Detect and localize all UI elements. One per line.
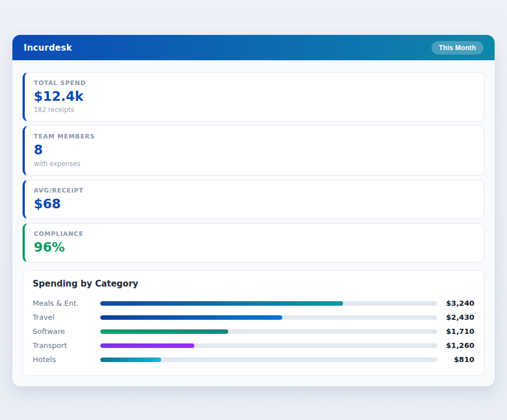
spending-row-travel: Travel $2,430 — [33, 310, 474, 324]
app-header: Incurdesk This Month — [12, 35, 495, 60]
stat-value: $12.4k — [34, 90, 475, 104]
category-label: Software — [33, 327, 100, 336]
spending-row-transport: Transport $1,260 — [33, 338, 474, 352]
category-value: $1,710 — [437, 327, 474, 336]
stat-value: 8 — [34, 143, 475, 157]
stats-section: TOTAL SPEND $12.4k 182 receipts TEAM MEM… — [12, 60, 495, 262]
category-value: $3,240 — [437, 299, 474, 307]
category-value: $1,260 — [437, 341, 474, 350]
spending-row-hotels: Hotels $810 — [33, 352, 474, 367]
bar-track — [100, 343, 437, 348]
stat-value: 96% — [34, 240, 475, 254]
bar-track — [100, 301, 437, 306]
dashboard-card: Incurdesk This Month TOTAL SPEND $12.4k … — [12, 35, 495, 386]
stat-card-total-spend: TOTAL SPEND $12.4k 182 receipts — [23, 72, 484, 122]
bar-track — [100, 329, 437, 334]
bar-fill-software — [100, 329, 228, 334]
spending-card-title: Spending by Category — [33, 279, 474, 289]
stat-label: TOTAL SPEND — [34, 79, 475, 87]
category-label: Travel — [33, 313, 100, 321]
bar-fill-transport — [100, 343, 194, 348]
bar-fill-meals — [100, 301, 343, 306]
stat-label: TEAM MEMBERS — [34, 133, 475, 140]
stat-subtext: 182 receipts — [34, 106, 475, 114]
spending-row-software: Software $1,710 — [33, 324, 474, 338]
stat-label: COMPLIANCE — [34, 230, 475, 238]
bar-track — [100, 315, 437, 320]
stat-subtext: with expenses — [34, 160, 475, 168]
period-badge-button[interactable]: This Month — [432, 41, 483, 55]
stat-card-avg-receipt: AVG/RECEIPT $68 — [23, 180, 484, 219]
category-label: Transport — [33, 341, 100, 350]
bar-fill-hotels — [100, 358, 161, 362]
stat-label: AVG/RECEIPT — [34, 187, 475, 194]
bar-fill-travel — [100, 315, 282, 320]
stat-value: $68 — [34, 197, 475, 211]
category-value: $810 — [437, 355, 474, 364]
spending-row-meals: Meals & Ent. $3,240 — [33, 296, 474, 310]
category-label: Hotels — [33, 355, 100, 364]
category-label: Meals & Ent. — [33, 299, 100, 307]
spending-by-category-card: Spending by Category Meals & Ent. $3,240… — [23, 270, 484, 376]
bar-track — [100, 358, 437, 362]
stat-card-team-members: TEAM MEMBERS 8 with expenses — [23, 126, 484, 175]
app-title: Incurdesk — [24, 43, 72, 53]
category-value: $2,430 — [437, 313, 474, 321]
stat-card-compliance: COMPLIANCE 96% — [23, 223, 484, 262]
